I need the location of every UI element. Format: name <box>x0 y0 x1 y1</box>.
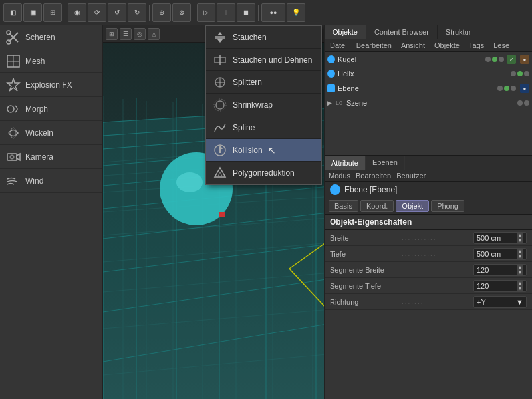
attr-value-tiefe[interactable]: 500 cm ▲ ▼ <box>473 248 527 260</box>
attr-dropdown-richtung[interactable]: +Y ▼ <box>473 296 527 308</box>
kollision-label: Kollision <box>233 146 263 155</box>
objekte-menu-bearbeiten[interactable]: Bearbeiten <box>354 41 394 50</box>
toolbar-btn-8[interactable]: ⊕ <box>152 3 171 22</box>
vp-btn-4[interactable]: △ <box>148 28 160 40</box>
attr-segmente-breite-down[interactable]: ▼ <box>517 270 523 275</box>
vp-btn-1[interactable]: ⊞ <box>106 28 118 40</box>
attr-tiefe-spinner[interactable]: ▲ ▼ <box>517 249 523 259</box>
kamera-icon <box>5 149 21 165</box>
attr-subtab-objekt[interactable]: Objekt <box>396 200 429 212</box>
toolbar-btn-2[interactable]: ▣ <box>23 3 42 22</box>
svg-marker-7 <box>7 78 19 91</box>
objekte-menu-lese[interactable]: Lese <box>491 41 512 50</box>
spline-icon <box>213 120 227 135</box>
dropdown-item-spline[interactable]: Spline <box>206 116 321 139</box>
toolbar-btn-12[interactable]: ⏹ <box>237 3 255 22</box>
viewport[interactable]: ⊞ ☰ ◎ △ ↕ ↔ ⊡ <box>103 25 324 399</box>
tab-struktur[interactable]: Struktur <box>438 25 480 39</box>
stauchen-dehnen-icon <box>213 53 227 67</box>
toolbar-btn-9[interactable]: ⊗ <box>172 3 191 22</box>
sidebar-item-wickeln[interactable]: Wickeln <box>0 121 102 145</box>
toolbar-btn-4[interactable]: ◉ <box>68 3 86 22</box>
attr-label-tiefe: Tiefe <box>330 250 402 258</box>
kugel-name: Kugel <box>338 55 483 63</box>
attr-tab-attribute[interactable]: Attribute <box>325 156 366 170</box>
scheren-label: Scheren <box>25 33 55 42</box>
objekte-menu-objekte[interactable]: Objekte <box>432 41 462 50</box>
sidebar-item-wind[interactable]: Wind <box>0 169 102 193</box>
object-row-szene[interactable]: ▶ L0 Szene <box>325 96 532 110</box>
attr-segmente-tiefe-spinner[interactable]: ▲ ▼ <box>517 281 523 291</box>
attr-value-segmente-breite[interactable]: 120 ▲ ▼ <box>473 264 527 276</box>
toolbar-sep-3 <box>194 5 194 21</box>
attr-tiefe-down[interactable]: ▼ <box>517 254 523 259</box>
attr-breite-spinner[interactable]: ▲ ▼ <box>517 233 523 243</box>
sidebar-item-morph[interactable]: Morph <box>0 97 102 121</box>
attr-row-segmente-breite: Segmente Breite 120 ▲ ▼ <box>325 262 532 278</box>
object-row-kugel[interactable]: Kugel ✓ ● <box>325 52 532 66</box>
helix-name: Helix <box>338 70 508 78</box>
tab-objekte[interactable]: Objekte <box>325 25 366 39</box>
attr-label-richtung: Richtung <box>330 298 402 306</box>
spline-label: Spline <box>233 123 255 132</box>
object-row-ebene[interactable]: Ebene ● <box>325 81 532 96</box>
svg-point-8 <box>7 106 14 112</box>
toolbar-btn-6[interactable]: ↺ <box>108 3 126 22</box>
vp-btn-3[interactable]: ◎ <box>134 28 146 40</box>
wind-label: Wind <box>25 176 43 186</box>
attr-tiefe-up[interactable]: ▲ <box>517 249 523 254</box>
dropdown-item-stauchen[interactable]: Stauchen <box>206 26 321 49</box>
svg-point-63 <box>176 172 203 192</box>
sidebar-item-scheren[interactable]: Scheren <box>0 25 102 49</box>
attr-richtung-value: +Y <box>477 298 486 306</box>
svg-line-81 <box>217 172 220 177</box>
dropdown-item-shrinkwrap[interactable]: Shrinkwrap <box>206 94 321 116</box>
toolbar-sep-4 <box>258 5 259 21</box>
toolbar-btn-light[interactable]: 💡 <box>287 3 305 22</box>
svg-marker-69 <box>217 39 223 43</box>
kamera-label: Kamera <box>25 152 53 162</box>
vp-btn-2[interactable]: ☰ <box>120 28 132 40</box>
toolbar-btn-mode[interactable]: ●● <box>261 3 285 22</box>
attr-segmente-breite-spinner[interactable]: ▲ ▼ <box>517 265 523 275</box>
tab-content-browser[interactable]: Content Browser <box>366 25 438 39</box>
attr-segmente-breite-up[interactable]: ▲ <box>517 265 523 270</box>
objekte-menu-ansicht[interactable]: Ansicht <box>398 41 428 50</box>
kugel-icon <box>327 55 335 63</box>
toolbar-btn-11[interactable]: ⏸ <box>217 3 235 22</box>
toolbar-btn-3[interactable]: ⊞ <box>43 3 62 22</box>
attr-subtab-basis[interactable]: Basis <box>329 200 358 212</box>
toolbar-btn-7[interactable]: ↻ <box>128 3 146 22</box>
attr-value-segmente-tiefe[interactable]: 120 ▲ ▼ <box>473 280 527 292</box>
kugel-tag-1: ✓ <box>507 55 516 64</box>
attr-richtung-arrow: ▼ <box>516 298 523 306</box>
attr-menu-bearbeiten[interactable]: Bearbeiten <box>356 172 391 180</box>
attr-menu-benutzer[interactable]: Benutzer <box>396 172 426 180</box>
attr-breite-down[interactable]: ▼ <box>517 238 523 243</box>
sidebar-item-explosion-fx[interactable]: Explosion FX <box>0 73 102 97</box>
dropdown-menu: Stauchen Stauchen und Dehnen <box>205 25 322 185</box>
sidebar-item-kamera[interactable]: Kamera <box>0 145 102 169</box>
dropdown-item-kollision[interactable]: Kollision ↖ <box>206 139 321 162</box>
toolbar-btn-1[interactable]: ◧ <box>3 3 22 22</box>
attr-segmente-tiefe-up[interactable]: ▲ <box>517 281 523 286</box>
wickeln-label: Wickeln <box>25 128 53 138</box>
objekte-menu-tags[interactable]: Tags <box>466 41 487 50</box>
attribute-panel: Attribute Ebenen Modus Bearbeiten Benutz… <box>325 156 532 399</box>
object-row-helix[interactable]: Helix <box>325 66 532 81</box>
dropdown-item-polygonreduktion[interactable]: Polygonreduktion <box>206 162 321 184</box>
attr-tab-ebenen[interactable]: Ebenen <box>366 156 405 170</box>
toolbar-btn-5[interactable]: ⟳ <box>88 3 106 22</box>
toolbar-btn-10[interactable]: ▷ <box>197 3 215 22</box>
objekte-menu-datei[interactable]: Datei <box>327 41 350 50</box>
dropdown-item-stauchen-dehnen[interactable]: Stauchen und Dehnen <box>206 49 321 71</box>
attr-subtab-phong[interactable]: Phong <box>431 200 464 212</box>
attr-breite-up[interactable]: ▲ <box>517 233 523 238</box>
dropdown-item-splittern[interactable]: Splittern <box>206 71 321 94</box>
attr-value-breite[interactable]: 500 cm ▲ ▼ <box>473 232 527 244</box>
attr-segmente-tiefe-down[interactable]: ▼ <box>517 286 523 291</box>
splittern-label: Splittern <box>233 78 262 87</box>
sidebar-item-mesh[interactable]: Mesh <box>0 49 102 73</box>
attr-subtab-koord[interactable]: Koord. <box>360 200 394 212</box>
attr-menu-modus[interactable]: Modus <box>329 172 350 180</box>
